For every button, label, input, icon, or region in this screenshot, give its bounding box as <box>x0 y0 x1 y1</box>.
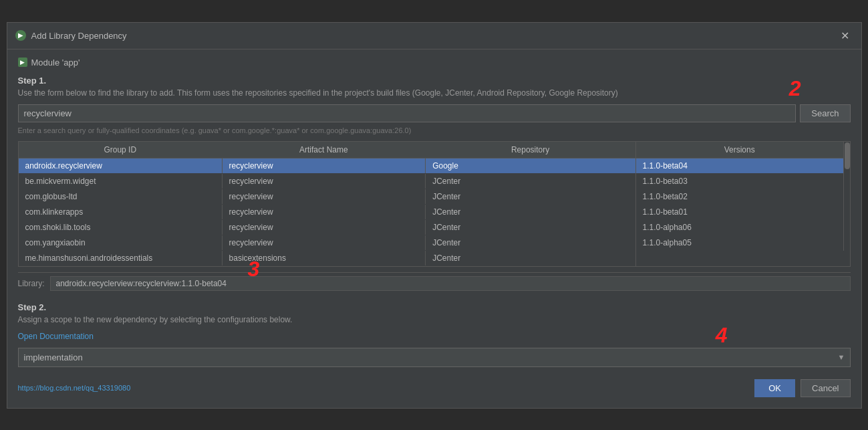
open-documentation-link[interactable]: Open Documentation <box>18 332 94 341</box>
cell-group-id: androidx.recyclerview <box>19 158 223 173</box>
ok-button[interactable]: OK <box>754 379 795 397</box>
cell-group-id: com.globus-ltd <box>19 189 223 204</box>
library-bar: Library: androidx.recyclerview:recyclerv… <box>18 272 851 294</box>
cell-version: 1.1.0-beta04 <box>636 158 843 173</box>
col-header-repository: Repository <box>426 142 635 158</box>
cell-artifact-name: recyclerview <box>222 173 426 189</box>
table-row[interactable]: androidx.recyclerview recyclerview Googl… <box>19 158 635 173</box>
module-icon: ▶ <box>18 58 27 67</box>
table-row[interactable]: com.yangxiaobin recyclerview JCenter <box>19 235 635 250</box>
cell-artifact-name: basicextensions <box>222 250 426 265</box>
versions-panel: Versions 1.1.0-beta041.1.0-beta031.1.0-b… <box>636 142 850 266</box>
cell-artifact-name: recyclerview <box>222 219 426 235</box>
search-row: Search <box>18 104 851 122</box>
cell-group-id: com.yangxiaobin <box>19 235 223 250</box>
module-name: Module 'app' <box>31 58 80 68</box>
version-row[interactable]: 1.1.0-alpha06 <box>636 219 843 235</box>
table-row[interactable]: me.himanshusoni.androidessentials basice… <box>19 250 635 265</box>
results-table: Group ID Artifact Name Repository androi… <box>19 142 635 266</box>
scope-select[interactable]: implementationapicompileOnlyruntimeOnlyt… <box>18 348 851 367</box>
scrollbar-track[interactable] <box>843 142 850 251</box>
search-hint: Enter a search query or fully-qualified … <box>18 126 851 134</box>
main-table: Group ID Artifact Name Repository androi… <box>19 142 636 266</box>
title-bar-left: ▶ Add Library Dependency <box>15 30 127 41</box>
cancel-button[interactable]: Cancel <box>801 379 850 397</box>
close-button[interactable]: ✕ <box>837 28 853 43</box>
table-with-scroll: Group ID Artifact Name Repository androi… <box>19 142 635 266</box>
table-header-row: Group ID Artifact Name Repository <box>19 142 635 158</box>
cell-artifact-name: recyclerview <box>222 235 426 250</box>
cell-version: 1.1.0-beta02 <box>636 189 843 204</box>
library-label: Library: <box>18 279 45 288</box>
cell-group-id: com.klinkerapps <box>19 204 223 219</box>
cell-version: 1.1.0-beta01 <box>636 204 843 219</box>
cell-repository: JCenter <box>426 189 635 204</box>
results-table-section: Group ID Artifact Name Repository androi… <box>18 141 851 267</box>
dialog-title: Add Library Dependency <box>31 31 127 41</box>
add-library-dialog: ▶ Add Library Dependency ✕ ▶ Module 'app… <box>7 22 862 409</box>
dialog-content: ▶ Module 'app' Step 1. Use the form belo… <box>7 49 861 408</box>
cell-version: 1.1.0-alpha06 <box>636 219 843 235</box>
cell-repository: JCenter <box>426 250 635 265</box>
dialog-icon: ▶ <box>15 30 26 41</box>
step1-title: Step 1. <box>18 76 851 86</box>
table-row[interactable]: com.klinkerapps recyclerview JCenter <box>19 204 635 219</box>
cell-version: 1.1.0-beta03 <box>636 173 843 189</box>
table-row[interactable]: com.shoki.lib.tools recyclerview JCenter <box>19 219 635 235</box>
cell-group-id: com.shoki.lib.tools <box>19 219 223 235</box>
cell-repository: JCenter <box>426 204 635 219</box>
module-label: ▶ Module 'app' <box>18 58 851 68</box>
col-header-group-id: Group ID <box>19 142 223 158</box>
cell-artifact-name: recyclerview <box>222 204 426 219</box>
bottom-bar: https://blog.csdn.net/qq_43319080 OK Can… <box>18 375 851 400</box>
scope-row: implementationapicompileOnlyruntimeOnlyt… <box>18 348 851 367</box>
versions-table: Versions 1.1.0-beta041.1.0-beta031.1.0-b… <box>636 142 843 251</box>
action-buttons: OK Cancel <box>754 379 850 397</box>
search-input[interactable] <box>18 104 797 122</box>
library-value: androidx.recyclerview:recyclerview:1.1.0… <box>50 276 851 291</box>
scrollbar-thumb <box>845 142 850 169</box>
table-body: androidx.recyclerview recyclerview Googl… <box>19 158 635 265</box>
table-row[interactable]: com.globus-ltd recyclerview JCenter <box>19 189 635 204</box>
cell-artifact-name: recyclerview <box>222 158 426 173</box>
version-row[interactable]: 1.1.0-beta01 <box>636 204 843 219</box>
cell-artifact-name: recyclerview <box>222 189 426 204</box>
version-row[interactable]: 1.1.0-alpha05 <box>636 235 843 250</box>
url-text: https://blog.csdn.net/qq_43319080 <box>18 384 131 392</box>
cell-repository: JCenter <box>426 173 635 189</box>
step1-description: Use the form below to find the library t… <box>18 88 851 98</box>
cell-version: 1.1.0-alpha05 <box>636 235 843 250</box>
cell-repository: Google <box>426 158 635 173</box>
versions-table-wrapper: Versions 1.1.0-beta041.1.0-beta031.1.0-b… <box>636 142 850 251</box>
col-header-artifact: Artifact Name <box>222 142 426 158</box>
scope-wrapper: implementationapicompileOnlyruntimeOnlyt… <box>18 348 851 367</box>
step1-section: Step 1. Use the form below to find the l… <box>18 76 851 134</box>
step2-section: Step 2. Assign a scope to the new depend… <box>18 302 851 341</box>
search-button[interactable]: Search <box>800 104 850 122</box>
table-row[interactable]: be.mickverm.widget recyclerview JCenter <box>19 173 635 189</box>
cell-repository: JCenter <box>426 219 635 235</box>
cell-group-id: me.himanshusoni.androidessentials <box>19 250 223 265</box>
version-row[interactable]: 1.1.0-beta02 <box>636 189 843 204</box>
version-row[interactable]: 1.1.0-beta04 <box>636 158 843 173</box>
col-header-versions: Versions <box>636 142 843 158</box>
cell-repository: JCenter <box>426 235 635 250</box>
cell-group-id: be.mickverm.widget <box>19 173 223 189</box>
title-bar: ▶ Add Library Dependency ✕ <box>7 23 861 49</box>
versions-header-row: Versions <box>636 142 843 158</box>
versions-body: 1.1.0-beta041.1.0-beta031.1.0-beta021.1.… <box>636 158 843 250</box>
version-row[interactable]: 1.1.0-beta03 <box>636 173 843 189</box>
step2-title: Step 2. <box>18 302 851 312</box>
step2-description: Assign a scope to the new dependency by … <box>18 315 851 324</box>
